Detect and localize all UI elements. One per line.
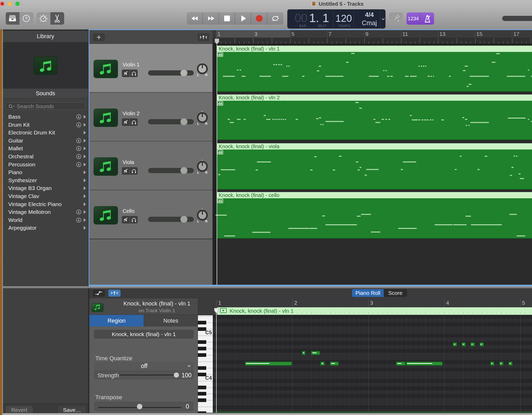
svg-text:?: ? bbox=[25, 16, 27, 21]
